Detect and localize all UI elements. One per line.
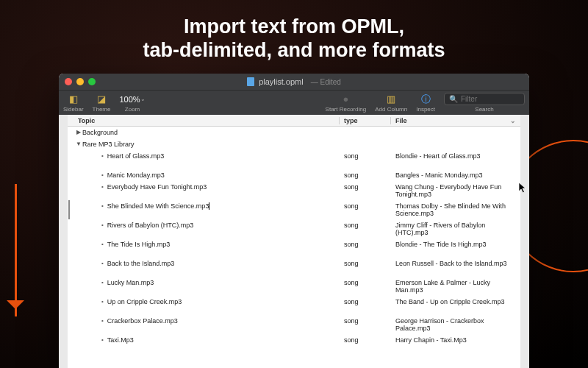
row-type[interactable]: song bbox=[340, 202, 391, 210]
add-column-button[interactable]: ▥ Add Column bbox=[375, 93, 407, 113]
column-headers: Topic type File ⌄ bbox=[68, 115, 520, 127]
outline-row[interactable]: •Everybody Have Fun Tonight.mp3songWang … bbox=[68, 181, 520, 200]
outline-row[interactable]: •She Blinded Me With Science.mp3songThom… bbox=[68, 200, 520, 219]
row-type[interactable]: song bbox=[340, 222, 391, 229]
disclosure-right-icon[interactable]: ▶ bbox=[75, 129, 82, 135]
hero-line-1: Import text from OPML, bbox=[0, 15, 588, 38]
row-topic[interactable]: The Tide Is High.mp3 bbox=[107, 241, 171, 248]
row-topic[interactable]: Everybody Have Fun Tonight.mp3 bbox=[107, 183, 207, 191]
row-file[interactable]: Wang Chung - Everybody Have Fun Tonight.… bbox=[391, 183, 520, 198]
outline-row[interactable]: ▼Rare MP3 Library bbox=[68, 138, 520, 150]
row-file[interactable]: Bangles - Manic Monday.mp3 bbox=[391, 171, 520, 179]
outline-row[interactable]: •Manic Monday.mp3songBangles - Manic Mon… bbox=[68, 169, 520, 181]
mouse-cursor bbox=[519, 183, 528, 194]
close-icon[interactable] bbox=[65, 78, 72, 85]
outline-row[interactable]: ▶Background bbox=[68, 127, 520, 138]
row-type[interactable]: song bbox=[340, 317, 391, 325]
start-recording-button[interactable]: ● Start Recording bbox=[326, 93, 367, 113]
chevron-down-icon[interactable]: ⌄ bbox=[510, 117, 516, 124]
fullscreen-icon[interactable] bbox=[88, 78, 96, 85]
row-file[interactable]: Harry Chapin - Taxi.Mp3 bbox=[391, 336, 520, 344]
col-type[interactable]: type bbox=[340, 117, 391, 124]
col-topic[interactable]: Topic bbox=[68, 117, 340, 124]
row-file[interactable]: Emerson Lake & Palmer - Lucky Man.mp3 bbox=[391, 279, 520, 294]
outline-row[interactable]: •Taxi.Mp3songHarry Chapin - Taxi.Mp3 bbox=[68, 334, 520, 346]
outline-row[interactable]: •Up on Cripple Creek.mp3songThe Band - U… bbox=[68, 296, 520, 315]
row-type[interactable] bbox=[340, 141, 391, 148]
outline-row[interactable]: •Crackerbox Palace.mp3songGeorge Harriso… bbox=[68, 315, 520, 334]
filter-input[interactable] bbox=[461, 95, 520, 103]
zoom-control[interactable]: 100% ⌄ Zoom bbox=[119, 93, 145, 113]
minimize-icon[interactable] bbox=[76, 78, 84, 85]
row-type[interactable] bbox=[340, 129, 391, 136]
document-icon bbox=[247, 77, 254, 86]
hero-line-2: tab-delimited, and more formats bbox=[0, 38, 588, 62]
outline-row[interactable]: •Heart of Glass.mp3songBlondie - Heart o… bbox=[68, 150, 520, 169]
row-file[interactable]: Leon Russell - Back to the Island.mp3 bbox=[391, 260, 520, 267]
row-topic[interactable]: Up on Cripple Creek.mp3 bbox=[107, 298, 182, 305]
row-type[interactable]: song bbox=[340, 171, 391, 179]
outline-row[interactable]: •Back to the Island.mp3songLeon Russell … bbox=[68, 258, 520, 277]
row-file[interactable] bbox=[391, 141, 520, 148]
row-topic[interactable]: Back to the Island.mp3 bbox=[107, 260, 175, 267]
left-gutter bbox=[59, 115, 68, 368]
outline-row[interactable]: •The Tide Is High.mp3songBlondie - The T… bbox=[68, 238, 520, 258]
row-type[interactable]: song bbox=[340, 298, 391, 305]
row-type[interactable]: song bbox=[340, 260, 391, 267]
row-topic[interactable]: Rare MP3 Library bbox=[82, 141, 135, 148]
theme-label: Theme bbox=[93, 106, 111, 113]
bullet-icon: • bbox=[101, 279, 104, 286]
filename: playlist.opml bbox=[259, 77, 304, 86]
row-file[interactable]: Jimmy Cliff - Rivers of Babylon (HTC).mp… bbox=[391, 222, 520, 236]
row-type[interactable]: song bbox=[340, 336, 391, 344]
filter-search[interactable]: 🔍 bbox=[444, 93, 525, 105]
zoom-label: Zoom bbox=[125, 106, 140, 113]
text-caret bbox=[209, 202, 209, 210]
sidebar-icon: ◧ bbox=[69, 93, 78, 105]
row-file[interactable] bbox=[391, 129, 520, 136]
sidebar-button[interactable]: ◧ Sidebar bbox=[63, 93, 84, 113]
right-gutter bbox=[520, 115, 529, 368]
disclosure-down-icon[interactable]: ▼ bbox=[75, 141, 82, 147]
theme-icon: ◪ bbox=[97, 93, 106, 105]
row-topic[interactable]: Taxi.Mp3 bbox=[107, 336, 134, 344]
theme-button[interactable]: ◪ Theme bbox=[93, 93, 111, 113]
titlebar[interactable]: playlist.opml — Edited bbox=[59, 74, 529, 90]
row-type[interactable]: song bbox=[340, 152, 391, 160]
row-file[interactable]: The Band - Up on Cripple Creek.mp3 bbox=[391, 298, 520, 305]
row-topic[interactable]: She Blinded Me With Science.mp3 bbox=[107, 202, 209, 210]
row-topic[interactable]: Crackerbox Palace.mp3 bbox=[107, 317, 178, 325]
inspect-button[interactable]: ⓘ Inspect bbox=[416, 93, 435, 113]
row-topic[interactable]: Manic Monday.mp3 bbox=[107, 171, 165, 179]
outline-sheet[interactable]: Topic type File ⌄ ▶Background▼Rare MP3 L… bbox=[68, 115, 520, 368]
row-type[interactable]: song bbox=[340, 183, 391, 191]
row-type[interactable]: song bbox=[340, 241, 391, 248]
app-window: playlist.opml — Edited ◧ Sidebar ◪ Theme… bbox=[59, 74, 529, 368]
row-topic[interactable]: Rivers of Babylon (HTC).mp3 bbox=[107, 222, 194, 229]
col-file[interactable]: File ⌄ bbox=[391, 117, 520, 124]
bullet-icon: • bbox=[101, 241, 104, 247]
row-file[interactable]: Blondie - The Tide Is High.mp3 bbox=[391, 241, 520, 248]
bullet-icon: • bbox=[101, 260, 104, 266]
col-file-label: File bbox=[395, 117, 407, 124]
row-topic[interactable]: Background bbox=[82, 129, 118, 136]
bullet-icon: • bbox=[101, 171, 104, 178]
add-column-label: Add Column bbox=[375, 106, 407, 113]
toolbar: ◧ Sidebar ◪ Theme 100% ⌄ Zoom ● Start Re… bbox=[59, 90, 529, 115]
row-file[interactable]: George Harrison - Crackerbox Palace.mp3 bbox=[391, 317, 520, 332]
search-label: Search bbox=[444, 106, 525, 113]
row-file[interactable]: Blondie - Heart of Glass.mp3 bbox=[391, 152, 520, 160]
row-topic[interactable]: Heart of Glass.mp3 bbox=[107, 152, 165, 160]
row-file[interactable]: Thomas Dolby - She Blinded Me With Scien… bbox=[391, 202, 520, 217]
start-recording-label: Start Recording bbox=[326, 106, 367, 113]
microphone-icon: ● bbox=[343, 93, 348, 105]
hero-text: Import text from OPML, tab-delimited, an… bbox=[0, 15, 588, 63]
outline-row[interactable]: •Rivers of Babylon (HTC).mp3songJimmy Cl… bbox=[68, 219, 520, 238]
bullet-icon: • bbox=[101, 222, 104, 228]
bullet-icon: • bbox=[101, 183, 104, 190]
outline-row[interactable]: •Lucky Man.mp3songEmerson Lake & Palmer … bbox=[68, 277, 520, 296]
row-topic[interactable]: Lucky Man.mp3 bbox=[107, 279, 154, 286]
bullet-icon: • bbox=[101, 152, 104, 159]
zoom-value: 100% bbox=[119, 95, 140, 104]
row-type[interactable]: song bbox=[340, 279, 391, 286]
